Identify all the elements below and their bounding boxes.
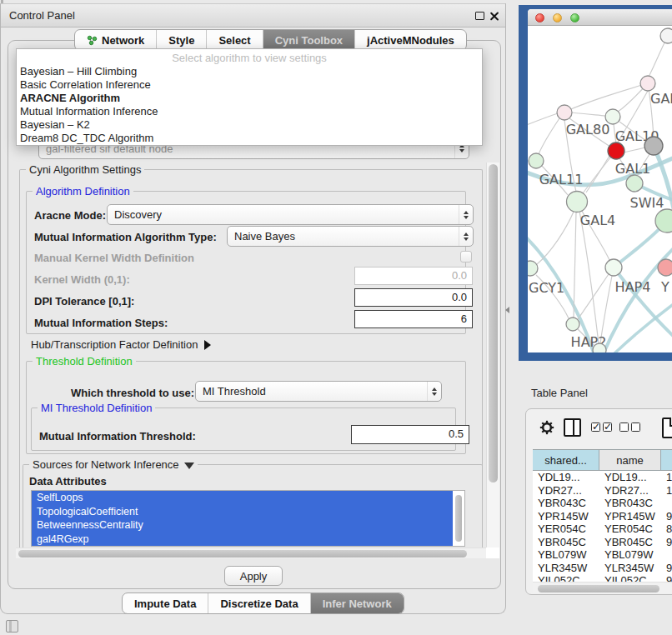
table-cell: YBL079W [599, 548, 661, 562]
gear-icon[interactable] [539, 420, 554, 435]
table-row[interactable]: YBL079WYBL079W [533, 548, 672, 562]
network-edge[interactable] [571, 83, 648, 109]
aracne-mode-combo[interactable]: Discovery [107, 204, 474, 225]
network-edge[interactable] [528, 113, 558, 126]
tab-style[interactable]: Style [156, 30, 206, 50]
table-row[interactable]: YBR043CYBR043C [533, 497, 672, 510]
network-node-y[interactable] [658, 259, 672, 276]
sources-group-label[interactable]: Sources for Network Inference [29, 458, 198, 471]
splitter-collapse-icon[interactable] [505, 307, 509, 313]
apply-button[interactable]: Apply [224, 566, 283, 586]
network-node-gcy1[interactable] [528, 261, 538, 276]
network-edge[interactable] [574, 212, 576, 318]
kernel-width-field[interactable]: 0.0 [354, 267, 473, 285]
network-edge[interactable] [624, 148, 645, 152]
network-window-titlebar[interactable] [528, 9, 672, 26]
which-threshold-combo[interactable]: MI Threshold [195, 381, 442, 402]
bottom-tab-discretize-data[interactable]: Discretize Data [208, 593, 309, 613]
minimized-panel-icon[interactable] [6, 620, 18, 632]
network-node-hap4[interactable] [605, 259, 622, 276]
mi-type-value: Naive Bayes [234, 230, 295, 242]
network-edge[interactable] [572, 112, 605, 116]
float-panel-icon[interactable] [475, 12, 484, 20]
settings-vscroll-thumb[interactable] [489, 164, 498, 482]
network-edge[interactable] [600, 276, 612, 343]
algorithm-option-bayesian-k2[interactable]: Bayesian – K2 [17, 118, 482, 132]
attribute-item-selfloops[interactable]: SelfLoops [32, 491, 453, 505]
network-node[interactable] [660, 28, 672, 43]
network-view-window[interactable]: GALGAL80GAL10GAL1GAL11SWI4GAL4HAP4YGCY1H… [528, 9, 672, 352]
algorithm-option-aracne-algorithm[interactable]: ARACNE Algorithm [17, 92, 482, 105]
table-cell: 9. [661, 536, 672, 549]
tab-cyni-toolbox[interactable]: Cyni Toolbox [263, 30, 354, 50]
table-row[interactable]: YDL19...YDL19...13 [533, 471, 672, 484]
table-horizontal-scrollbar[interactable] [533, 582, 672, 593]
network-node-gal[interactable] [640, 76, 655, 91]
close-traffic-light-icon[interactable] [535, 13, 544, 22]
table-hscroll-thumb[interactable] [538, 585, 659, 592]
mi-type-combo[interactable]: Naive Bayes [227, 226, 474, 247]
network-node-gal1[interactable] [608, 142, 624, 159]
hub-definition-label: Hub/Transcription Factor Definition [31, 338, 198, 351]
list-scrollbar-thumb[interactable] [455, 495, 462, 542]
table-row[interactable]: YER054CYER054C8. [533, 522, 672, 536]
attribute-item-topologicalcoefficient[interactable]: TopologicalCoefficient [32, 505, 453, 519]
combo-stepper-icon [427, 382, 441, 401]
network-node[interactable] [644, 137, 663, 155]
algorithm-option-basic-correlation-inference[interactable]: Basic Correlation Inference [17, 78, 482, 92]
network-node-gal4[interactable] [567, 192, 588, 212]
table-row[interactable]: YDR27...YDR27...12 [533, 484, 672, 498]
network-node-label: GAL11 [539, 172, 584, 188]
tab-jactivemnodules[interactable]: jActiveMNodules [354, 30, 466, 50]
table-cell: YBR043C [533, 497, 599, 510]
network-node-swi4[interactable] [626, 175, 643, 192]
table-row[interactable]: YIL052CYIL052C9. [533, 574, 672, 582]
manual-kernel-checkbox[interactable] [460, 251, 472, 262]
tab-network[interactable]: Network [75, 30, 156, 50]
network-node-label: GAL4 [580, 212, 615, 228]
network-edge[interactable] [583, 157, 611, 193]
split-view-icon[interactable] [564, 418, 581, 437]
column-header-name[interactable]: name [599, 450, 661, 470]
algorithm-option-mutual-information-inference[interactable]: Mutual Information Inference [17, 105, 482, 118]
bottom-tab-infer-network[interactable]: Infer Network [310, 593, 404, 613]
network-edge[interactable] [539, 118, 559, 154]
hub-definition-section[interactable]: Hub/Transcription Factor Definition [31, 338, 211, 351]
close-panel-icon[interactable] [489, 11, 499, 21]
select-all-icon[interactable]: ✓✓ [591, 422, 612, 432]
deselect-all-icon[interactable] [619, 422, 640, 432]
collapse-arrow-icon[interactable] [184, 462, 194, 469]
network-edge[interactable] [578, 274, 609, 319]
bottom-tab-impute-data[interactable]: Impute Data [123, 593, 208, 613]
network-node-gal10[interactable] [605, 109, 620, 124]
zoom-traffic-light-icon[interactable] [570, 13, 579, 22]
settings-hscroll-thumb[interactable] [18, 550, 467, 558]
table-cell: YDR27... [533, 484, 599, 498]
column-header-a[interactable]: A [661, 450, 672, 470]
mi-threshold-field[interactable]: 0.5 [351, 425, 469, 444]
tab-label: Style [168, 34, 194, 47]
aracne-mode-value: Discovery [114, 208, 162, 221]
attribute-item-betweennesscentrality[interactable]: BetweennessCentrality [32, 518, 453, 532]
data-attributes-list[interactable]: SelfLoopsTopologicalCoefficientBetweenne… [31, 490, 465, 547]
document-icon[interactable] [662, 418, 672, 438]
table-row[interactable]: YPR145WYPR145W9. [533, 510, 672, 523]
dpi-tolerance-field[interactable]: 0.0 [354, 288, 473, 307]
network-node[interactable] [593, 343, 606, 352]
network-node-gal80[interactable] [557, 105, 572, 120]
settings-vertical-scrollbar[interactable] [486, 162, 499, 548]
expand-arrow-icon[interactable] [204, 340, 211, 350]
table-row[interactable]: YBR045CYBR045C9. [533, 536, 672, 549]
algorithm-option-bayesian-hill-climbing[interactable]: Bayesian – Hill Climbing [17, 65, 482, 78]
algorithm-option-dream8-dc-tdc-algorithm[interactable]: Dream8 DC_TDC Algorithm [17, 132, 482, 145]
mi-steps-field[interactable]: 6 [354, 310, 473, 328]
network-canvas[interactable]: GALGAL80GAL10GAL1GAL11SWI4GAL4HAP4YGCY1H… [528, 26, 672, 352]
network-node-gal11[interactable] [529, 153, 544, 168]
table-row[interactable]: YLR345WYLR345W9. [533, 562, 672, 575]
tab-select[interactable]: Select [206, 30, 262, 50]
minimize-traffic-light-icon[interactable] [553, 13, 562, 22]
attribute-item-gal4rgexp[interactable]: gal4RGexp [32, 532, 453, 547]
settings-horizontal-scrollbar[interactable] [16, 548, 486, 558]
column-header-shared[interactable]: shared... [533, 450, 599, 470]
network-node-hap2[interactable] [566, 318, 579, 331]
